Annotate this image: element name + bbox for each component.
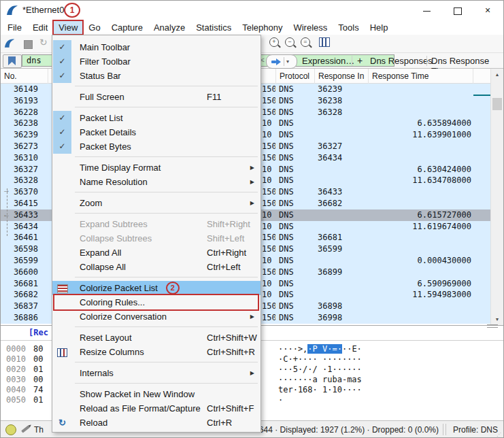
menu-item-resize-columns[interactable]: Resize ColumnsCtrl+Shift+R <box>52 345 261 359</box>
capture-file-properties-icon[interactable] <box>5 424 16 435</box>
hex-row[interactable]: 003000 <box>6 375 43 385</box>
column-header-response-in[interactable]: Response In <box>315 69 369 84</box>
menu-item-collapse-all[interactable]: Collapse AllCtrl+Left <box>52 260 261 274</box>
resize-grip[interactable]: ⋰ <box>497 432 502 437</box>
menu-item-label: Reload as File Format/Capture <box>80 403 201 414</box>
menubar-item-view[interactable]: View <box>53 20 83 35</box>
menubar-item-tools[interactable]: Tools <box>333 20 364 35</box>
scroll-up-icon[interactable]: ▲ <box>491 69 503 80</box>
hex-row[interactable]: 000080 <box>6 344 43 354</box>
menubar-item-edit[interactable]: Edit <box>27 20 53 35</box>
cell-response-time: 11.639901000 <box>369 129 471 141</box>
minimize-button[interactable] <box>415 2 438 18</box>
ascii-line[interactable]: · <box>278 395 362 405</box>
expression-button[interactable]: Expression… <box>302 56 354 66</box>
cell-protocol: DNS <box>279 95 294 107</box>
cell-no: 36682 <box>1 289 38 301</box>
maximize-button[interactable] <box>446 2 469 18</box>
menu-item-packet-list[interactable]: ✓Packet List <box>52 111 261 125</box>
restart-capture-icon[interactable]: ↻ <box>39 37 48 48</box>
menu-item-shortcut: Ctrl+Right <box>207 246 246 260</box>
menu-item-colorize-packet-list[interactable]: Colorize Packet List2 <box>52 281 261 295</box>
cell-protocol: DNS <box>279 278 294 290</box>
menu-item-reload-as-file-format-capture[interactable]: Reload as File Format/CaptureCtrl+Shift+… <box>52 401 261 416</box>
menu-item-filter-toolbar[interactable]: ✓Filter Toolbar <box>52 54 261 69</box>
submenu-arrow-icon: ▶ <box>250 366 254 380</box>
hex-offset: 0010 <box>6 354 33 365</box>
menu-item-zoom[interactable]: Zoom▶ <box>52 196 261 210</box>
menu-item-time-display-format[interactable]: Time Display Format▶ <box>52 161 261 175</box>
hex-row[interactable]: 004074 <box>6 385 43 395</box>
filter-bookmark-button[interactable] <box>3 54 22 68</box>
status-profile[interactable]: Profile: DNS <box>453 425 498 435</box>
ascii-line[interactable]: ter·168· 1·10···· <box>278 385 362 395</box>
ascii-line[interactable]: ···5·/·/ ·1······ <box>278 365 362 375</box>
resize-columns-icon[interactable] <box>319 37 330 47</box>
hex-row[interactable]: 005001 <box>6 395 43 405</box>
filter-shortcut-dns-responses[interactable]: Dns Responses <box>370 56 433 66</box>
menu-item-internals[interactable]: Internals▶ <box>52 366 261 380</box>
menu-item-gutter <box>53 217 71 231</box>
hex-row[interactable]: 001000 <box>6 354 43 365</box>
menu-item-status-bar[interactable]: ✓Status Bar <box>52 69 261 83</box>
detail-field-fragment[interactable]: [Rec <box>29 328 48 337</box>
menu-item-gutter <box>53 246 71 260</box>
view-menu: ✓Main Toolbar✓Filter Toolbar✓Status BarF… <box>52 35 261 433</box>
menubar-item-telephony[interactable]: Telephony <box>237 20 288 35</box>
ascii-line[interactable]: ·C·+···· ········ <box>278 354 362 365</box>
menubar-item-file[interactable]: File <box>2 20 27 35</box>
ascii-line[interactable]: ·······a ruba-mas <box>278 375 362 385</box>
hex-byte: 01 <box>33 395 43 405</box>
apply-filter-button[interactable]: ▾ <box>266 54 297 69</box>
ascii-column[interactable]: ····>,·P V·=···E··C·+···· ···········5·/… <box>278 344 362 405</box>
menu-item-colorize-conversation[interactable]: Colorize Conversation▶ <box>52 309 261 324</box>
scrollbar-thumb[interactable] <box>492 98 502 110</box>
menu-item-collapse-subtrees[interactable]: Collapse SubtreesShift+Left <box>52 231 261 246</box>
column-header-no[interactable]: No. <box>1 69 48 84</box>
menu-item-coloring-rules[interactable]: Coloring Rules... <box>52 295 261 309</box>
menubar-item-wireless[interactable]: Wireless <box>288 20 333 35</box>
cell-response-in: 36327 <box>318 141 342 152</box>
menu-item-gutter <box>53 387 71 401</box>
cell-response-time <box>369 186 471 198</box>
menu-item-full-screen[interactable]: Full ScreenF11 <box>52 90 261 104</box>
status-left-text: Th <box>34 425 44 435</box>
menu-item-packet-bytes[interactable]: ✓Packet Bytes <box>52 139 261 154</box>
hex-offsets-column[interactable]: 000080001000002001003000004074005001 <box>6 344 43 405</box>
cell-response-time <box>369 141 471 152</box>
menu-item-expand-all[interactable]: Expand AllCtrl+Right <box>52 246 261 260</box>
menubar-item-statistics[interactable]: Statistics <box>190 20 237 35</box>
zoom-out-icon[interactable]: − <box>285 37 295 47</box>
cell-no: 36328 <box>1 175 38 186</box>
packet-list-scrollbar[interactable]: ▲ ▼ <box>490 69 503 325</box>
column-header-response-time[interactable]: Response Time <box>369 69 473 84</box>
menubar-item-help[interactable]: Help <box>365 20 394 35</box>
menubar-item-analyze[interactable]: Analyze <box>148 20 190 35</box>
zoom-in-icon[interactable]: + <box>269 37 279 47</box>
close-button[interactable]: × <box>476 2 499 18</box>
column-header-protocol[interactable]: Protocol <box>276 69 315 84</box>
menubar-item-go[interactable]: Go <box>83 20 105 35</box>
menu-item-show-packet-in-new-window[interactable]: Show Packet in New Window <box>52 387 261 401</box>
related-packet-arrow-left-icon: ← <box>3 211 10 218</box>
cell-protocol: DNS <box>279 301 294 312</box>
menu-item-name-resolution[interactable]: Name Resolution▶ <box>52 175 261 189</box>
capture-comment-icon[interactable] <box>21 425 30 433</box>
menu-item-main-toolbar[interactable]: ✓Main Toolbar <box>52 40 261 54</box>
cell-protocol: DNS <box>279 107 294 118</box>
menu-item-reload[interactable]: ↻ReloadCtrl+R <box>52 416 261 430</box>
scroll-down-icon[interactable]: ▼ <box>491 314 503 325</box>
ascii-line[interactable]: ····>,·P V·=···E· <box>278 344 362 354</box>
add-filter-button[interactable]: + <box>357 55 363 66</box>
hex-row[interactable]: 002001 <box>6 365 43 375</box>
cell-clipped: 150 <box>262 141 275 152</box>
zoom-reset-icon[interactable]: = <box>301 37 310 47</box>
menu-item-packet-details[interactable]: ✓Packet Details <box>52 125 261 139</box>
menu-item-expand-subtrees[interactable]: Expand SubtreesShift+Right <box>52 217 261 231</box>
menubar-item-capture[interactable]: Capture <box>106 20 148 35</box>
stop-capture-icon[interactable] <box>24 40 33 49</box>
splitter-handle[interactable] <box>487 324 498 328</box>
menu-item-reset-layout[interactable]: Reset LayoutCtrl+Shift+W <box>52 331 261 345</box>
start-capture-icon[interactable] <box>4 37 16 51</box>
column-header-clipped[interactable] <box>261 69 276 84</box>
